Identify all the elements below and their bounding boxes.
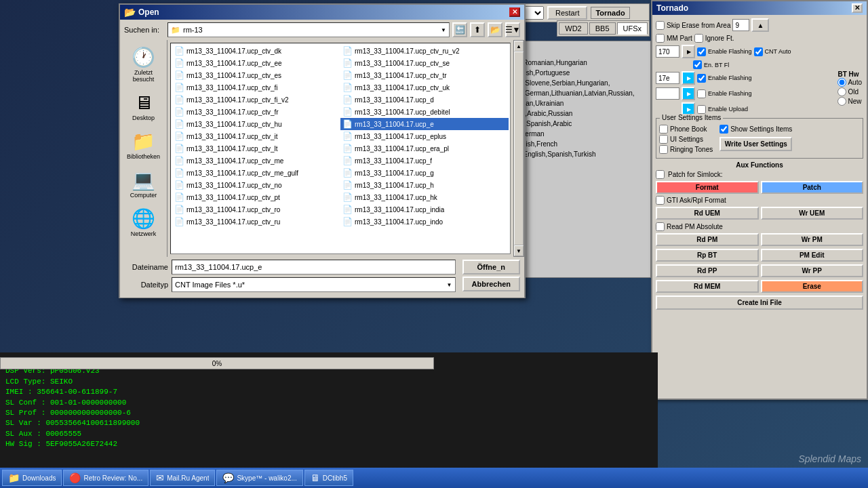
nav-up-button[interactable]: ⬆: [470, 22, 485, 37]
list-item[interactable]: 📄rm13_33_11004.17.ucp_indo: [340, 216, 509, 228]
rp-bt-button[interactable]: Rp BT: [656, 249, 759, 262]
gti-ask-checkbox[interactable]: [656, 196, 665, 205]
list-item[interactable]: 📄rm13_33_11004.17.ucp_g: [340, 167, 509, 179]
tab-bb5[interactable]: BB5: [589, 22, 616, 35]
list-item[interactable]: 📄rm13_33_11004.17.ucp_ctv_es: [172, 69, 340, 81]
ignore-ft-checkbox[interactable]: [694, 34, 703, 43]
list-item[interactable]: 📄rm13_33_11004.17.ucp_ctv_se: [340, 57, 509, 69]
list-item[interactable]: 📄rm13_33_11004.17.ucp_f: [340, 155, 509, 167]
create-ini-button[interactable]: Create Ini File: [656, 296, 863, 310]
list-item[interactable]: 📄rm13_33_11004.17.ucp_ctv_ee: [172, 57, 340, 69]
scroll-up-arrow[interactable]: ▲: [514, 41, 524, 52]
cnt-auto-1[interactable]: [754, 47, 763, 56]
location-combo[interactable]: 📁 rm-13 ▼: [167, 22, 450, 37]
filetype-combo[interactable]: CNT Image Files *.u* ▼: [172, 277, 456, 292]
list-item[interactable]: 📄rm13_33_11004.17.ucp_ctv_fi: [172, 81, 340, 94]
list-item[interactable]: 📄rm13_33_11004.17.ucp_ctv_me_gulf: [172, 167, 340, 179]
flash-btn-3[interactable]: ▶: [682, 87, 695, 100]
nav-computer[interactable]: 💻 Computer: [123, 166, 164, 201]
show-settings-checkbox[interactable]: [719, 125, 728, 134]
nav-back-button[interactable]: 🔙: [452, 22, 467, 37]
view-button[interactable]: ☰▼: [505, 22, 520, 37]
scroll-down-arrow[interactable]: ▼: [514, 245, 524, 256]
list-item[interactable]: 📄rm13_33_11004.17.ucp_eplus: [340, 130, 509, 142]
skip-erase-checkbox[interactable]: [656, 21, 665, 30]
list-item[interactable]: 📄rm13_33_11004.17.ucp_ctv_uk: [340, 81, 509, 94]
list-item[interactable]: 📄rm13_33_11004.17.ucp_ctv_me: [172, 155, 340, 167]
tab-wd2[interactable]: WD2: [559, 22, 587, 35]
rd-mem-button[interactable]: Rd MEM: [656, 280, 759, 293]
wr-uem-button[interactable]: Wr UEM: [761, 207, 864, 220]
list-item[interactable]: 📄rm13_33_11004.17.ucp_ctv_fr: [172, 106, 340, 118]
taskbar-item-mail[interactable]: ✉ Mail.Ru Agent: [150, 470, 215, 486]
ringing-tones-checkbox[interactable]: [659, 145, 668, 154]
restart-button[interactable]: Restart: [547, 6, 587, 20]
list-item[interactable]: 📄rm13_33_11004.17.ucp_ctv_ro: [172, 203, 340, 216]
taskbar-item-downloads[interactable]: 📁 Downloads: [2, 470, 62, 486]
list-item[interactable]: 📄rm13_33_11004.17.ucp_debitel: [340, 106, 509, 118]
tornado-close-button[interactable]: ✕: [852, 3, 863, 13]
flash-input-3[interactable]: [656, 87, 679, 100]
wr-pm-button[interactable]: Wr PM: [761, 233, 864, 246]
skip-erase-btn[interactable]: ▲: [751, 18, 769, 32]
phone-book-checkbox[interactable]: [659, 125, 668, 134]
wr-pp-button[interactable]: Wr PP: [761, 264, 864, 277]
patch-simlock-checkbox[interactable]: [656, 170, 665, 179]
list-item[interactable]: 📄rm13_33_11004.17.ucp_h: [340, 179, 509, 191]
taskbar-item-skype[interactable]: 💬 Skype™ - waliko2...: [216, 470, 302, 486]
pm-edit-button[interactable]: PM Edit: [761, 249, 864, 262]
scroll-thumb[interactable]: [514, 52, 524, 245]
radio-old-input[interactable]: [837, 87, 846, 96]
list-item[interactable]: 📄rm13_33_11004.17.ucp_d: [340, 94, 509, 106]
skip-erase-input[interactable]: [732, 19, 749, 31]
enable-flash-1[interactable]: [697, 47, 706, 56]
patch-button[interactable]: Patch: [761, 181, 864, 194]
rd-uem-button[interactable]: Rd UEM: [656, 207, 759, 220]
ui-settings-checkbox[interactable]: [659, 135, 668, 144]
list-item[interactable]: 📄rm13_33_11004.17.ucp_ctv_ru_v2: [340, 45, 509, 57]
flash-btn-2[interactable]: ▶: [682, 71, 695, 85]
cancel-button[interactable]: Abbrechen: [462, 277, 520, 291]
flash-input-2[interactable]: [656, 72, 679, 84]
list-item[interactable]: 📄rm13_33_11004.17.ucp_ctv_dk: [172, 45, 340, 57]
rd-pp-button[interactable]: Rd PP: [656, 264, 759, 277]
list-item[interactable]: 📄rm13_33_11004.17.ucp_era_pl: [340, 142, 509, 155]
flash-input-1[interactable]: [656, 45, 679, 58]
mm-part-checkbox[interactable]: [656, 34, 665, 43]
open-button[interactable]: Öffne_n: [462, 260, 520, 274]
taskbar-item-dctibh5[interactable]: 🖥 DCtibh5: [304, 470, 353, 486]
rd-pm-button[interactable]: Rd PM: [656, 233, 759, 246]
nav-recent[interactable]: 🕐 Zuletzt besucht: [123, 43, 164, 85]
tab-ufsx[interactable]: UFSx: [617, 22, 648, 35]
read-pm-abs-checkbox[interactable]: [656, 222, 665, 231]
list-item[interactable]: 📄rm13_33_11004.17.ucp_ctv_tr: [340, 69, 509, 81]
flash-btn-1[interactable]: ▶: [682, 45, 695, 58]
list-item[interactable]: 📄rm13_33_11004.17.ucp_india: [340, 203, 509, 216]
vertical-scrollbar[interactable]: ▲ ▼: [513, 40, 524, 257]
list-item[interactable]: 📄rm13_33_11004.17.ucp_ctv_it: [172, 130, 340, 142]
format-button[interactable]: Format: [656, 181, 759, 194]
new-folder-button[interactable]: 📂: [488, 22, 502, 37]
list-item[interactable]: 📄rm13_33_11004.17.ucp_ctv_no: [172, 179, 340, 191]
enable-flash-2[interactable]: [697, 74, 706, 83]
list-item[interactable]: 📄rm13_33_11004.17.ucp_ctv_hu: [172, 118, 340, 130]
radio-auto-input[interactable]: [837, 78, 846, 87]
nav-desktop[interactable]: 🖥 Desktop: [123, 89, 164, 124]
enable-flash-3[interactable]: [697, 89, 706, 98]
taskbar-item-retro[interactable]: 🔴 Retro Review: No...: [63, 470, 149, 486]
list-item[interactable]: 📄rm13_33_11004.17.ucp_ctv_ru: [172, 216, 340, 228]
list-item[interactable]: 📄rm13_33_11004.17.ucp_ctv_fi_v2: [172, 94, 340, 106]
dialog-close-button[interactable]: ✕: [509, 7, 520, 17]
en-bt-fi-1[interactable]: [693, 60, 702, 69]
list-item[interactable]: 📄rm13_33_11004.17.ucp_e: [340, 118, 509, 130]
erase-button[interactable]: Erase: [761, 280, 864, 293]
write-user-settings-button[interactable]: Write User Settings: [719, 137, 792, 151]
list-item[interactable]: 📄rm13_33_11004.17.ucp_ctv_lt: [172, 142, 340, 155]
enable-upload-checkbox[interactable]: [697, 105, 706, 114]
list-item[interactable]: 📄rm13_33_11004.17.ucp_ctv_pt: [172, 191, 340, 203]
filename-input[interactable]: [172, 260, 456, 274]
list-item[interactable]: 📄rm13_33_11004.17.ucp_hk: [340, 191, 509, 203]
nav-libraries[interactable]: 📁 Bibliotheken: [123, 127, 164, 163]
nav-network[interactable]: 🌐 Netzwerk: [123, 205, 164, 240]
radio-new-input[interactable]: [837, 97, 846, 106]
